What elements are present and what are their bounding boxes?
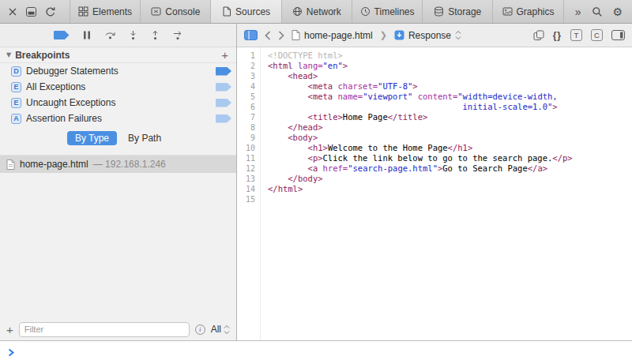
code-line[interactable]: <p>Click the link below to go to the sea… (268, 153, 632, 163)
pretty-print-icon[interactable]: {} (553, 30, 562, 41)
copy-icon[interactable] (533, 30, 544, 41)
tab-console[interactable]: Console (141, 0, 211, 23)
line-number[interactable]: 14 (237, 184, 260, 194)
resource-item-home-page[interactable]: home-page.html — 192.168.1.246 (0, 156, 236, 173)
step-into-icon[interactable] (128, 30, 138, 40)
quick-console[interactable] (0, 340, 632, 364)
code-line[interactable]: initial-scale=1.0"> (268, 102, 632, 112)
breadcrumb-view-name: Response (408, 30, 451, 41)
line-number[interactable]: 13 (237, 174, 260, 184)
debugger-statements-badge-icon: D (11, 66, 21, 77)
step-over-icon[interactable] (104, 30, 116, 40)
breakpoints-toggle-icon[interactable] (54, 31, 70, 39)
tab-graphics[interactable]: Graphics (493, 0, 563, 23)
line-number[interactable]: 10 (237, 143, 260, 153)
navigation-sidebar-toggle-icon[interactable] (244, 30, 258, 40)
breadcrumb-response[interactable]: Response (394, 30, 461, 41)
code-line[interactable]: <!DOCTYPE html> (268, 51, 632, 61)
tab-label: Network (307, 6, 341, 17)
code-line[interactable]: <html lang="en"> (268, 61, 632, 71)
code-line[interactable]: <body> (268, 133, 632, 143)
resource-host: — 192.168.1.246 (93, 159, 166, 170)
content-nav-actions: {} T C (533, 29, 625, 41)
line-number[interactable]: 1 (237, 51, 260, 61)
breakpoint-flag-icon[interactable] (216, 67, 231, 76)
code-line[interactable]: </body> (268, 174, 632, 184)
step-out-icon[interactable] (150, 30, 160, 40)
code-line[interactable]: </head> (268, 122, 632, 133)
line-number[interactable]: 11 (237, 153, 260, 163)
tab-storage[interactable]: Storage (423, 0, 493, 23)
graphics-image-icon (502, 6, 513, 17)
code-line[interactable] (268, 194, 632, 205)
line-number[interactable]: 3 (237, 71, 260, 81)
code-line[interactable]: </html> (268, 184, 632, 194)
tab-timelines[interactable]: Timelines (352, 0, 423, 23)
tab-strip: Elements Console Sources Network (70, 0, 564, 23)
filter-input[interactable] (19, 322, 190, 337)
resources-list: home-page.html — 192.168.1.246 (0, 155, 236, 173)
by-type-button[interactable]: By Type (67, 131, 117, 145)
forward-icon[interactable] (278, 31, 284, 40)
inspector-body: ▼ Breakpoints + D Debugger Statements E … (0, 24, 632, 340)
code-line[interactable]: <meta name="viewport" content="width=dev… (268, 92, 632, 102)
line-number[interactable]: 6 (237, 102, 260, 112)
tab-network[interactable]: Network (282, 0, 352, 23)
breakpoint-item-assertion-failures[interactable]: A Assertion Failures (0, 111, 236, 126)
breakpoint-flag-icon[interactable] (216, 114, 231, 123)
breakpoint-item-debugger-statements[interactable]: D Debugger Statements (0, 63, 236, 79)
breakpoint-item-uncaught-exceptions[interactable]: E Uncaught Exceptions (0, 95, 236, 111)
info-icon[interactable]: i (195, 325, 205, 335)
grouping-segmented-control: By Type By Path (0, 126, 236, 150)
code-coverage-icon[interactable]: C (591, 29, 603, 41)
resource-name: home-page.html (20, 159, 88, 170)
breakpoint-item-all-exceptions[interactable]: E All Exceptions (0, 79, 236, 95)
stepper-chevrons-icon (224, 325, 230, 335)
add-breakpoint-icon[interactable]: + (220, 49, 230, 61)
breadcrumb-file[interactable]: home-page.html (292, 30, 373, 41)
breakpoint-flag-icon[interactable] (216, 99, 231, 107)
code-line[interactable]: <meta charset="UTF-8"> (268, 81, 632, 92)
step-next-icon[interactable] (172, 30, 183, 40)
code-lines: <!DOCTYPE html><html lang="en"> <head> <… (261, 47, 632, 340)
document-icon (6, 159, 15, 170)
window-controls (0, 0, 70, 23)
gear-icon[interactable]: ⚙ (612, 6, 623, 17)
code-editor[interactable]: 123456789101112131415 <!DOCTYPE html><ht… (237, 47, 632, 340)
tab-label: Sources (235, 6, 270, 17)
pause-icon[interactable] (81, 30, 92, 40)
back-icon[interactable] (265, 31, 271, 40)
line-number[interactable]: 4 (237, 81, 260, 92)
line-number[interactable]: 7 (237, 112, 260, 122)
line-number[interactable]: 12 (237, 163, 260, 174)
details-sidebar-toggle-icon[interactable] (611, 30, 625, 40)
line-number[interactable]: 5 (237, 92, 260, 102)
tab-elements[interactable]: Elements (70, 0, 141, 23)
reload-icon[interactable] (45, 6, 56, 17)
dock-icon[interactable] (26, 7, 36, 17)
code-line[interactable]: <head> (268, 71, 632, 81)
tab-sources[interactable]: Sources (211, 0, 281, 23)
by-path-button[interactable]: By Path (120, 131, 169, 145)
code-line[interactable]: <a href="search-page.html">Go to Search … (268, 163, 632, 174)
close-icon[interactable] (8, 7, 17, 17)
scope-label: All (211, 324, 221, 335)
code-line[interactable]: <title>Home Page</title> (268, 112, 632, 122)
tab-bar-controls: » ⚙ (564, 0, 632, 23)
add-resource-icon[interactable]: + (6, 324, 13, 336)
more-tabs-icon[interactable]: » (574, 6, 583, 18)
line-number[interactable]: 8 (237, 122, 260, 133)
scope-dropdown[interactable]: All (211, 324, 230, 335)
content-pane: home-page.html ❯ Response {} T C (237, 24, 632, 340)
assertion-failures-badge-icon: A (11, 114, 21, 124)
type-profiler-icon[interactable]: T (570, 29, 582, 41)
disclosure-triangle-icon[interactable]: ▼ (6, 51, 11, 58)
breadcrumb-file-name: home-page.html (304, 30, 373, 41)
code-line[interactable]: <h1>Welcome to the Home Page</h1> (268, 143, 632, 153)
console-prompt-icon (8, 348, 15, 357)
line-number[interactable]: 2 (237, 61, 260, 71)
breakpoint-flag-icon[interactable] (216, 83, 231, 92)
line-number[interactable]: 9 (237, 133, 260, 143)
search-icon[interactable] (592, 6, 603, 17)
line-number[interactable]: 15 (237, 194, 260, 205)
